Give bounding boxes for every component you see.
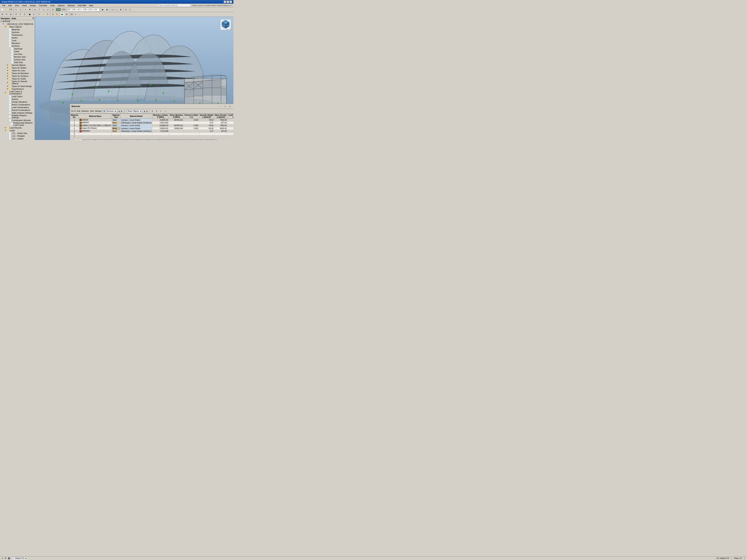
structure-select[interactable]: Structure xyxy=(106,110,117,113)
surface-btn[interactable]: ▭ xyxy=(46,8,50,12)
tree-item-special-objects[interactable]: ►📁Special Objects xyxy=(0,63,35,66)
tree-item-lc3[interactable]: 📄LC3 - Ostatní xyxy=(0,137,35,140)
tree-item-openings[interactable]: 📄Openings xyxy=(0,47,35,50)
grid-btn[interactable]: # xyxy=(5,12,8,17)
navigator-close-icon[interactable]: ✕ xyxy=(32,17,34,20)
export-btn[interactable]: ⤵ xyxy=(159,109,163,113)
tab-surface-sets[interactable]: Surface Sets xyxy=(192,139,205,140)
table-row[interactable]: 3 S460N | CYS EN 1993-1-1:2009-03 Steel … xyxy=(70,124,234,127)
zoom-all-btn[interactable]: ⊞ xyxy=(119,8,123,12)
tab-members[interactable]: Members xyxy=(124,139,135,140)
filter-table-btn[interactable]: ⧖ xyxy=(155,109,159,113)
rotate-btn[interactable]: ↻ xyxy=(124,8,128,12)
tree-item-static-analysis[interactable]: 📄Static Analysis Settings xyxy=(0,111,35,114)
redo-btn[interactable]: ↪ xyxy=(18,8,22,12)
zoom-in-btn[interactable]: 🔍+ xyxy=(110,8,114,12)
wireframe-btn[interactable]: ◻ xyxy=(32,12,36,17)
table-row[interactable]: 4 Cable PE (Pfeifer) Metal Isotropic | L… xyxy=(70,127,234,130)
tree-item-types-members[interactable]: ►📁Types for Members xyxy=(0,72,35,75)
table-row[interactable]: 7 xyxy=(70,135,234,138)
minimize-button[interactable]: − xyxy=(224,1,226,3)
tree-item-solids[interactable]: 📄Solids xyxy=(0,50,35,53)
display-btn[interactable]: 👁 xyxy=(0,12,4,17)
table-row[interactable]: 2 MW60/3 Basic Orthotropic | Linear Elas… xyxy=(70,122,234,124)
menu-assign[interactable]: Assign xyxy=(28,4,37,7)
tab-solid-sets[interactable]: Solid Sets xyxy=(206,139,217,140)
basic-objects-select[interactable]: Basic Objects xyxy=(127,110,143,113)
tree-item-result-combinations[interactable]: 📄Result Combinations xyxy=(0,109,35,111)
member-btn[interactable]: ═ xyxy=(42,8,45,12)
search-input[interactable] xyxy=(158,4,190,7)
load-btn[interactable]: ⬇ xyxy=(51,8,55,12)
menu-file[interactable]: File xyxy=(1,4,7,7)
tree-item-combination-wizards[interactable]: 📄Combination Wizards xyxy=(0,119,35,122)
tree-item-load-cases-comb[interactable]: ▼📁Load Cases & Combinations xyxy=(0,90,35,95)
menu-options[interactable]: Options xyxy=(56,4,66,7)
tree-item-solid-sets[interactable]: 📄Solid Sets xyxy=(0,61,35,63)
maximize-button[interactable]: □ xyxy=(227,1,229,3)
tree-item-stability-analysis[interactable]: 📄Stability Analysis Settings xyxy=(0,114,35,119)
axis-x-btn[interactable]: X xyxy=(14,12,18,17)
snap-btn[interactable]: ⊕ xyxy=(9,12,13,17)
tree-item-imperfections[interactable]: ►📁Imperfections xyxy=(0,87,35,90)
tree-item-relationship-lc[interactable]: 📄Relationship Between Load Cases xyxy=(0,122,35,126)
tab-openings[interactable]: Openings xyxy=(146,139,157,140)
save-btn[interactable]: 💾 xyxy=(9,8,13,12)
navigator-tree[interactable]: ▼🖥RFEM▼📋2023-05-02_ZOO TABOR.rf6▼📁Basic … xyxy=(0,20,35,140)
node-btn[interactable]: ● xyxy=(33,8,37,12)
obj-prev-btn[interactable]: ◀ xyxy=(143,110,146,112)
tree-item-types-nodes[interactable]: ►📁Types for Nodes xyxy=(0,66,35,69)
menu-edit[interactable]: Edit xyxy=(7,4,13,7)
new-btn[interactable]: 📄 xyxy=(0,8,4,12)
stop-btn[interactable]: ■ xyxy=(105,8,109,12)
search-table-btn[interactable]: 🔍 xyxy=(163,109,168,113)
axis-z-btn[interactable]: Z xyxy=(22,12,26,17)
table-row[interactable]: 1 S355J0 Steel Isotropic | Linear Elasti… xyxy=(70,119,234,122)
tab-surfaces[interactable]: Surfaces xyxy=(135,139,145,140)
tree-item-types-special[interactable]: ►📁Types for Special Objects xyxy=(0,80,35,85)
tree-item-members[interactable]: 📄Members xyxy=(0,42,35,45)
tree-item-basic-objects[interactable]: ▼📁Basic Objects xyxy=(0,25,35,28)
tree-item-types-solids[interactable]: ►📁Types for Solids xyxy=(0,77,35,80)
menu-calculate[interactable]: Calculate xyxy=(37,4,49,7)
tree-item-loads[interactable]: ▼📁Loads xyxy=(0,129,35,132)
tab-materials[interactable]: Materials xyxy=(71,139,82,140)
open-btn[interactable]: 📂 xyxy=(5,8,8,12)
menu-window[interactable]: Window xyxy=(66,4,76,7)
tree-item-actions[interactable]: 📄Actions xyxy=(0,98,35,101)
menu-view[interactable]: View xyxy=(13,4,21,7)
axis-y-btn[interactable]: Y xyxy=(18,12,22,17)
load-combo-input[interactable] xyxy=(67,8,100,11)
tree-item-lc2[interactable]: 📄LC2 - Předpětí xyxy=(0,135,35,137)
menu-tools[interactable]: Tools xyxy=(49,4,56,7)
calc-start-btn[interactable]: ▶ xyxy=(60,12,65,17)
minus-btn[interactable]: - xyxy=(78,12,82,17)
tree-item-action-combinations[interactable]: 📄Action Combinations xyxy=(0,103,35,106)
render-btn[interactable]: ◼ xyxy=(28,12,32,17)
tree-item-load-wizards[interactable]: ►📁Load Wizards xyxy=(0,126,35,129)
tab-nodes[interactable]: Nodes xyxy=(107,139,115,140)
undo-btn[interactable]: ↩ xyxy=(14,8,18,12)
table-row[interactable]: 6 xyxy=(70,133,234,135)
color-btn[interactable]: 🎨 xyxy=(55,12,59,17)
tab-sections[interactable]: Sections xyxy=(82,139,93,140)
tree-item-design-situations[interactable]: 📄Design Situations xyxy=(0,101,35,103)
select-btn[interactable]: ↖ xyxy=(24,8,28,12)
tree-item-member-sets[interactable]: 📄Member Sets xyxy=(0,55,35,58)
materials-table-container[interactable]: MaterialNo. Material Name MaterialType M… xyxy=(70,113,233,138)
tree-item-load-combinations[interactable]: 📄Load Combinations xyxy=(0,106,35,109)
menu-insert[interactable]: Insert xyxy=(20,4,28,7)
tree-item-file[interactable]: ▼📋2023-05-02_ZOO TABOR.rf6 xyxy=(0,23,35,25)
tree-item-line-sets[interactable]: 📄Line Sets xyxy=(0,53,35,55)
tree-item-lines[interactable]: 📄Lines xyxy=(0,39,35,42)
view-cube[interactable]: TOP RIGHT FRONT X Y Z xyxy=(219,18,232,31)
tab-line-sets[interactable]: Line Sets xyxy=(166,139,177,140)
tree-item-lc1[interactable]: 📄LC1 - Vlastní tíha xyxy=(0,132,35,135)
tree-item-surface-sets[interactable]: 📄Surface Sets xyxy=(0,58,35,61)
nav-prev-btn[interactable]: ◀ xyxy=(118,110,120,112)
panel-minimize-btn[interactable]: − xyxy=(218,104,223,108)
tree-item-types-surfaces[interactable]: ►📁Types for Surfaces xyxy=(0,75,35,77)
panel-close-btn[interactable]: ✕ xyxy=(228,104,232,108)
tree-item-nodes[interactable]: 📄Nodes xyxy=(0,36,35,39)
filter-btn[interactable]: ⧖ xyxy=(51,12,55,17)
